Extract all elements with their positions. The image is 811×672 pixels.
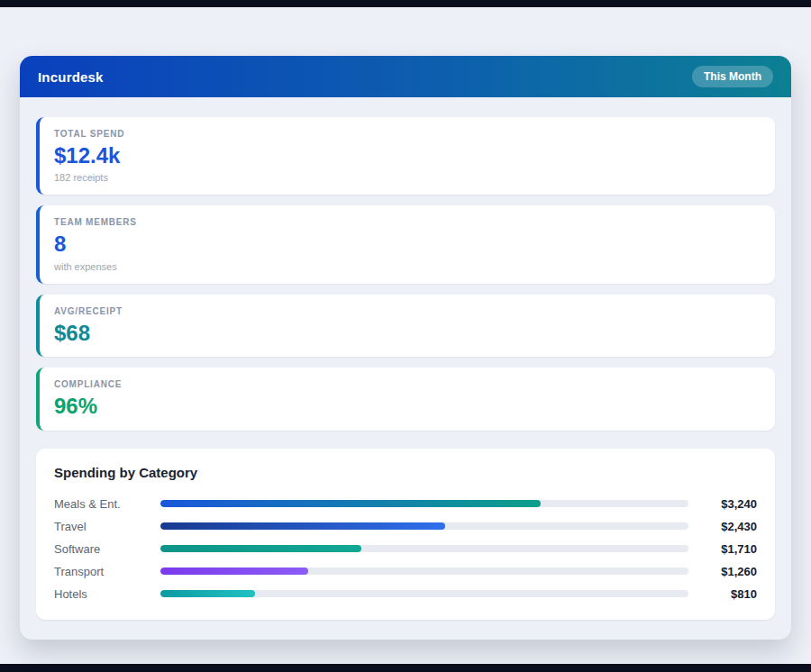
bar-fill [160, 568, 308, 575]
stat-label: COMPLIANCE [54, 379, 761, 389]
category-value: $810 [688, 587, 757, 601]
app-card: Incurdesk This Month TOTAL SPEND$12.4k18… [20, 56, 791, 640]
category-row: Hotels$810 [54, 583, 757, 605]
stat-value: $68 [54, 322, 761, 345]
stat-card: AVG/RECEIPT$68 [36, 295, 775, 357]
app-title: Incurdesk [38, 69, 104, 85]
section-title: Spending by Category [54, 465, 757, 480]
bar-track [160, 522, 688, 530]
stat-value: 8 [54, 232, 761, 256]
page-background: Incurdesk This Month TOTAL SPEND$12.4k18… [0, 7, 811, 664]
category-row: Meals & Ent.$3,240 [54, 493, 757, 515]
bar-fill [160, 522, 445, 530]
content-area: TOTAL SPEND$12.4k182 receiptsTEAM MEMBER… [20, 97, 791, 640]
category-value: $3,240 [688, 497, 757, 511]
spending-by-category-card: Spending by Category Meals & Ent.$3,240T… [36, 449, 775, 620]
category-label: Meals & Ent. [54, 497, 160, 511]
category-label: Travel [54, 520, 160, 533]
stat-label: TEAM MEMBERS [54, 217, 761, 227]
app-header: Incurdesk This Month [20, 56, 791, 97]
bar-track [160, 500, 688, 507]
category-rows: Meals & Ent.$3,240Travel$2,430Software$1… [54, 493, 757, 605]
bar-track [160, 590, 688, 597]
stat-label: TOTAL SPEND [54, 129, 761, 139]
bar-fill [160, 545, 361, 552]
stat-subtext: with expenses [54, 261, 761, 272]
stat-card: COMPLIANCE96% [36, 368, 775, 430]
bar-fill [160, 500, 541, 507]
category-value: $1,260 [688, 565, 757, 578]
category-label: Software [54, 542, 160, 556]
stat-label: AVG/RECEIPT [54, 306, 761, 316]
category-row: Travel$2,430 [54, 515, 757, 538]
category-value: $2,430 [688, 520, 757, 533]
category-row: Transport$1,260 [54, 560, 757, 583]
category-row: Software$1,710 [54, 538, 757, 560]
bar-fill [160, 590, 255, 597]
this-month-badge[interactable]: This Month [692, 66, 773, 87]
stat-value: $12.4k [54, 144, 761, 168]
stat-card: TEAM MEMBERS8with expenses [36, 205, 775, 283]
stat-value: 96% [54, 395, 761, 418]
bar-track [160, 568, 688, 575]
stat-card: TOTAL SPEND$12.4k182 receipts [36, 117, 775, 195]
bar-track [160, 545, 688, 552]
category-label: Hotels [54, 587, 160, 601]
stat-subtext: 182 receipts [54, 172, 761, 183]
category-label: Transport [54, 565, 160, 578]
stats-list: TOTAL SPEND$12.4k182 receiptsTEAM MEMBER… [36, 117, 775, 431]
category-value: $1,710 [688, 542, 757, 556]
